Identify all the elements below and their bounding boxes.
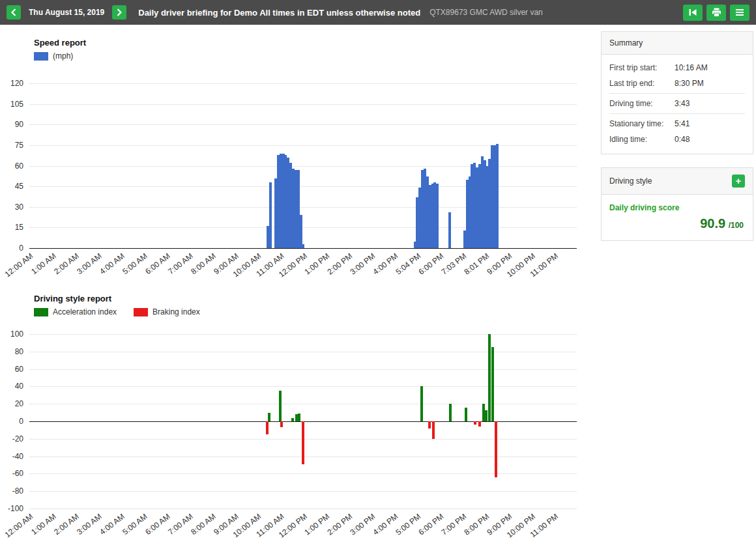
printer-icon — [712, 8, 721, 17]
y-gridline — [29, 386, 577, 387]
x-tick-label: 2:00 PM — [326, 512, 355, 537]
driving-style-chart-plot: 100806040200-20-40-60-80-100 — [29, 334, 577, 509]
x-tick-label: 7:00 PM — [440, 512, 469, 537]
daily-driving-score: 90.9 /100 — [602, 216, 753, 240]
summary-row-label: First trip start: — [609, 63, 675, 72]
driving-style-title: Driving style — [609, 176, 652, 186]
x-tick-label: 4:00 PM — [371, 512, 400, 537]
legend-swatch — [134, 308, 148, 316]
chart-legend: Acceleration indexBraking index — [34, 307, 200, 316]
speed-bar — [269, 182, 272, 248]
x-axis: 12:00 AM1:00 AM2:00 AM3:00 AM4:00 AM5:00… — [29, 249, 577, 289]
x-tick-label: 8:01 PM — [463, 251, 491, 277]
y-gridline — [29, 352, 577, 352]
chart-legend: (mph) — [34, 51, 73, 61]
x-tick-label: 8:00 PM — [463, 512, 491, 537]
x-tick-label: 8:00 AM — [189, 512, 217, 537]
print-button[interactable] — [706, 5, 726, 21]
acceleration-bar — [298, 414, 300, 421]
plus-icon: + — [736, 175, 742, 187]
y-tick-label: 80 — [15, 347, 29, 356]
y-gridline — [29, 491, 577, 492]
speed-bar — [300, 215, 302, 248]
y-tick-label: -20 — [12, 434, 29, 443]
y-tick-label: -40 — [12, 452, 29, 461]
y-tick-label: 60 — [15, 365, 29, 374]
next-day-button[interactable] — [112, 5, 126, 20]
summary-row: Idling time:0:48 — [609, 132, 745, 147]
y-gridline — [29, 83, 577, 84]
chart-title: Driving style report — [34, 294, 111, 303]
x-tick-label: 5:00 AM — [121, 512, 149, 537]
driving-style-report-chart: Driving style report Acceleration indexB… — [0, 288, 592, 546]
y-tick-label: 40 — [15, 382, 29, 391]
y-tick-label: 120 — [10, 79, 29, 88]
x-tick-label: 6:00 AM — [143, 251, 171, 276]
braking-bar — [266, 421, 269, 434]
y-gridline — [29, 124, 577, 125]
summary-row-value: 5:41 — [675, 119, 690, 128]
y-gridline — [29, 404, 577, 404]
x-tick-label: 1:00 PM — [303, 512, 332, 537]
braking-bar — [495, 421, 497, 477]
prev-day-button[interactable] — [7, 5, 21, 20]
x-tick-label: 1:00 AM — [29, 512, 57, 537]
braking-bar — [432, 421, 435, 439]
x-tick-label: 2:00 AM — [52, 512, 80, 537]
braking-bar — [302, 421, 304, 464]
y-tick-label: 0 — [19, 417, 29, 426]
summary-row-value: 0:48 — [675, 135, 690, 144]
x-tick-label: 12:00 AM — [3, 512, 35, 539]
x-tick-label: 2:00 AM — [52, 251, 80, 276]
speed-report-chart: Speed report (mph) 1201059075604530150 1… — [0, 33, 592, 288]
top-toolbar: Thu August 15, 2019 Daily driver briefin… — [0, 0, 756, 25]
summary-row: First trip start:10:16 AM — [609, 60, 745, 76]
x-tick-label: 6:00 PM — [417, 512, 446, 537]
x-tick-label: 6:00 PM — [417, 251, 446, 277]
summary-panel-header: Summary — [602, 32, 753, 55]
speed-bar — [436, 184, 439, 248]
x-tick-label: 2:00 PM — [326, 251, 355, 277]
legend-label: Acceleration index — [53, 307, 117, 316]
summary-row-value: 10:16 AM — [675, 63, 708, 72]
y-tick-label: 60 — [15, 161, 29, 171]
legend-item: (mph) — [34, 51, 73, 61]
y-gridline — [29, 334, 577, 335]
legend-swatch — [34, 52, 48, 61]
speed-bar — [448, 212, 451, 248]
x-tick-label: 5:04 PM — [394, 251, 423, 277]
x-tick-label: 6:00 AM — [143, 512, 171, 537]
skip-to-start-icon — [688, 8, 697, 16]
acceleration-bar — [465, 408, 467, 421]
x-tick-label: 4:00 PM — [371, 251, 400, 277]
summary-row-value: 3:43 — [675, 99, 690, 108]
skip-to-start-button[interactable] — [683, 5, 703, 21]
y-gridline — [29, 369, 577, 370]
x-axis: 12:00 AM1:00 AM2:00 AM3:00 AM4:00 AM5:00… — [29, 509, 577, 547]
x-tick-label: 8:00 AM — [189, 251, 217, 276]
menu-button[interactable] — [730, 5, 749, 21]
chevron-left-icon — [11, 8, 16, 16]
x-tick-label: 1:00 AM — [29, 251, 57, 276]
legend-label: Braking index — [153, 307, 200, 316]
acceleration-bar — [291, 418, 294, 421]
y-tick-label: 20 — [15, 399, 29, 408]
summary-row-label: Driving time: — [609, 99, 675, 108]
y-tick-label: 105 — [10, 100, 29, 109]
x-tick-label: 4:00 AM — [98, 512, 126, 537]
y-tick-label: 30 — [15, 203, 29, 212]
x-tick-label: 5:00 PM — [394, 512, 423, 537]
speed-chart-plot: 1201059075604530150 — [29, 83, 577, 248]
braking-bar — [280, 421, 283, 427]
add-driving-style-button[interactable]: + — [732, 175, 745, 188]
y-tick-label: -60 — [12, 469, 29, 478]
x-tick-label: 3:00 PM — [349, 512, 377, 537]
sidebar: Summary First trip start:10:16 AMLast tr… — [601, 31, 753, 254]
x-tick-label: 12:00 AM — [3, 251, 35, 279]
acceleration-bar — [485, 410, 487, 421]
summary-row: Last trip end:8:30 PM — [609, 76, 745, 91]
x-tick-label: 3:00 AM — [75, 251, 103, 276]
chevron-right-icon — [117, 8, 122, 16]
x-tick-label: 7:00 AM — [166, 251, 194, 276]
chart-title: Speed report — [34, 38, 86, 48]
